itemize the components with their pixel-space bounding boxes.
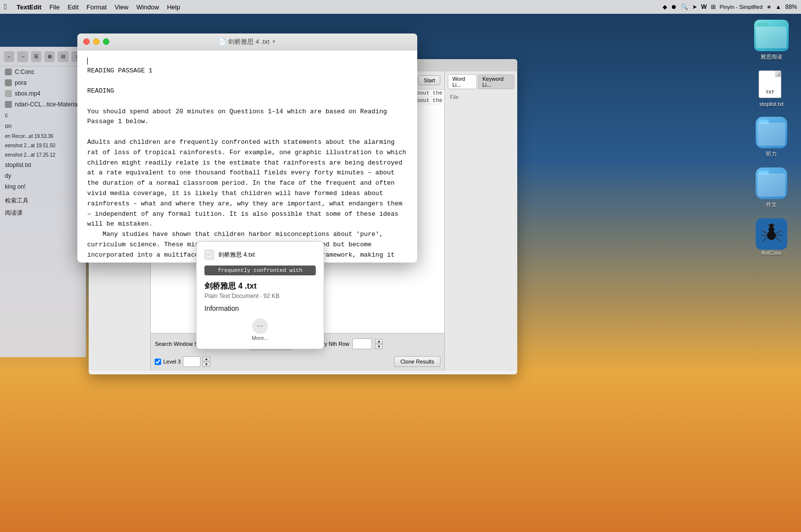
right-tab-word-list[interactable]: Word Li... <box>448 74 477 89</box>
level-stepper[interactable]: ▲ ▼ <box>202 357 210 367</box>
desktop:  TextEdit File Edit Format View Window … <box>0 0 801 532</box>
desktop-icon-writing-label: 作文 <box>766 201 777 208</box>
sidebar-item-dy[interactable]: dy <box>0 170 86 181</box>
popup-more-label: More... <box>252 335 268 341</box>
popup-file-item: 剑桥雅思 4.txt <box>204 250 316 260</box>
desktop-icon-listening-label: 听力 <box>766 150 777 158</box>
finder-toolbar: ← → ☰ ⊞ ⊟ ↕ <box>0 47 86 66</box>
location-icon[interactable]: ◆ <box>663 3 667 10</box>
textedit-content[interactable]: READING PASSAGE 1 READING You should spe… <box>77 50 417 263</box>
level-up[interactable]: ▲ <box>202 357 210 362</box>
document-icon: 📄 <box>218 38 226 45</box>
popup-subtitle: Plain Text Document · 92 KB <box>204 293 316 299</box>
level-group: Level 3 3R ▲ ▼ <box>155 356 210 367</box>
wifi-icon[interactable]: ▲ <box>775 3 781 10</box>
popup-more-button[interactable]: ··· More... <box>204 318 316 341</box>
sidebar-item-c[interactable]: c <box>0 110 86 121</box>
sidebar-item-ndari[interactable]: ndari-CCL...tice-Materials <box>0 99 86 110</box>
right-panel-tabs: Word Li... Keyword Li... <box>448 74 514 89</box>
bluetooth-icon[interactable]: ∗ <box>767 3 771 10</box>
menubar-edit[interactable]: Edit <box>64 2 82 12</box>
clone-results-button[interactable]: Clone Results <box>394 356 440 367</box>
sidebar-item-reading[interactable]: 阅读课 ▶ <box>0 207 86 219</box>
textedit-title: 📄 剑桥雅思 4 .txt ▼ <box>218 37 276 46</box>
send-icon[interactable]: ➤ <box>692 3 697 10</box>
sidebar-item-screen2[interactable]: eenshot 2...at 17.25.12 <box>0 150 86 160</box>
list-view[interactable]: ☰ <box>31 51 41 62</box>
textedit-window: 📄 剑桥雅思 4 .txt ▼ READING PASSAGE 1 READIN… <box>77 33 417 263</box>
grid-view[interactable]: ⊞ <box>44 51 55 62</box>
file-icon-sbox <box>5 90 12 97</box>
sidebar-item-pora[interactable]: pora <box>0 77 86 88</box>
sidebar-item-on[interactable]: on <box>0 121 86 132</box>
nth-row-stepper[interactable]: ▲ ▼ <box>375 339 383 349</box>
minimize-button[interactable] <box>93 38 100 45</box>
sidebar-item-search-tools[interactable]: 检索工具 ▶ <box>0 195 86 207</box>
menubar-right-items: ◆ ⏺ 🔍 ➤ W ⊞ Pinyin - Simplified ∗ ▲ 88% <box>663 3 797 10</box>
spotlight-icon[interactable]: 🔍 <box>681 3 688 10</box>
menubar-format[interactable]: Format <box>83 2 111 12</box>
menubar-window[interactable]: Window <box>133 2 163 12</box>
apple-menu[interactable]:  <box>4 2 7 11</box>
textedit-text: READING PASSAGE 1 READING You should spe… <box>87 66 407 263</box>
grid-icon[interactable]: ⊞ <box>711 3 716 10</box>
forward-button[interactable]: → <box>17 51 28 62</box>
svg-line-3 <box>762 231 767 233</box>
desktop-icon-yasi-label: 雅思阅读 <box>761 53 782 61</box>
menubar-textedit[interactable]: TextEdit <box>13 2 45 12</box>
popup-filename: 剑桥雅思 4.txt <box>218 251 255 259</box>
sidebar-item-sbox[interactable]: sbox.mp4 <box>0 88 86 99</box>
nth-up[interactable]: ▲ <box>375 339 383 344</box>
desktop-icon-stoplist[interactable]: TXT stoplist.txt <box>752 70 791 107</box>
close-button[interactable] <box>83 38 90 45</box>
folder-icon-pora <box>5 79 12 86</box>
svg-line-8 <box>776 237 781 241</box>
level-down[interactable]: ▼ <box>202 362 210 367</box>
hover-popup: 剑桥雅思 4.txt frequently confronted with 剑桥… <box>196 241 324 349</box>
battery-indicator: 88% <box>785 3 797 10</box>
more-icon: ··· <box>252 318 268 334</box>
folder-icon-ndari <box>5 101 12 108</box>
nth-down[interactable]: ▼ <box>375 344 383 349</box>
popup-info-label: Information <box>204 304 316 312</box>
desktop-icon-listening[interactable]: 听力 <box>752 117 791 158</box>
columns-view[interactable]: ⊟ <box>58 51 68 62</box>
desktop-icon-writing[interactable]: 作文 <box>752 167 791 208</box>
menubar-view[interactable]: View <box>111 2 133 12</box>
popup-title: 剑桥雅思 4 .txt <box>204 281 316 292</box>
textedit-titlebar: 📄 剑桥雅思 4 .txt ▼ <box>77 33 417 50</box>
right-tab-keyword-list[interactable]: Keyword Li... <box>478 74 514 89</box>
svg-line-5 <box>762 237 767 241</box>
level-value-input[interactable]: 3R <box>183 356 200 367</box>
desktop-icon-antconc-label: AntConc <box>761 250 782 256</box>
back-button[interactable]: ← <box>4 51 14 62</box>
sidebar-item-kingon[interactable]: king on! <box>0 181 86 192</box>
desktop-icon-yasi-reading[interactable]: 雅思阅读 <box>752 20 791 61</box>
wordreference-icon[interactable]: W <box>701 3 706 10</box>
desktop-icon-stoplist-label: stoplist.txt <box>760 101 784 107</box>
menubar-file[interactable]: File <box>45 2 64 12</box>
sidebar-item-stoplist[interactable]: stoplist.txt <box>0 160 86 170</box>
level-checkbox[interactable] <box>155 359 161 365</box>
start-button[interactable]: Start <box>418 75 440 85</box>
desktop-icons: 雅思阅读 TXT stoplist.txt 听力 <box>752 20 791 256</box>
sidebar-item-screen1[interactable]: eenshot 2...at 19.51.50 <box>0 141 86 150</box>
record-icon[interactable]: ⏺ <box>671 3 677 10</box>
sidebar-item-cconc[interactable]: C:Conc <box>0 66 86 77</box>
antconc-right-panel: Word Li... Keyword Li... File <box>444 71 517 371</box>
desktop-icon-antconc[interactable]: AntConc <box>752 218 791 256</box>
sidebar-item-enrec[interactable]: en Recor...at 19.53.36 <box>0 132 86 141</box>
menubar:  TextEdit File Edit Format View Window … <box>0 0 801 14</box>
show-every-nth-input[interactable]: 1 <box>352 338 372 349</box>
right-panel-file-label: File <box>448 92 514 102</box>
folder-icon-cconc <box>5 68 12 75</box>
traffic-lights <box>83 38 109 45</box>
finder-sidebar: ← → ☰ ⊞ ⊟ ↕ C:Conc pora sbox.mp4 ndari-C… <box>0 47 86 357</box>
level-label: Level 3 <box>163 359 180 365</box>
menubar-help[interactable]: Help <box>163 2 184 12</box>
title-chevron[interactable]: ▼ <box>271 39 276 44</box>
popup-file-icon <box>204 250 214 260</box>
textedit-cursor <box>87 58 88 65</box>
maximize-button[interactable] <box>103 38 109 45</box>
pinyin-label[interactable]: Pinyin - Simplified <box>720 4 763 10</box>
